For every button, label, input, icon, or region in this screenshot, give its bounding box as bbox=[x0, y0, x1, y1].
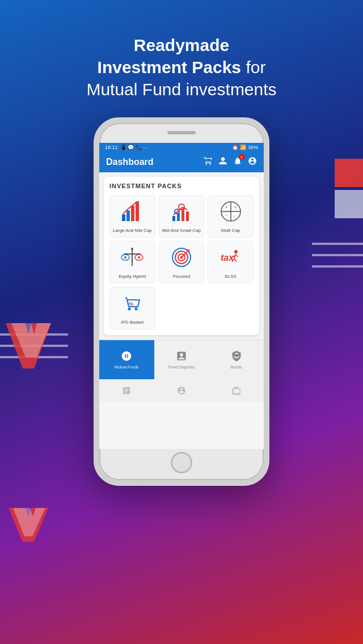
packs-grid: Large And Mid Cap bbox=[109, 195, 254, 329]
nav-bonds[interactable]: Bonds bbox=[209, 340, 264, 379]
svg-line-47 bbox=[234, 259, 237, 262]
bottom-nav-row2 bbox=[99, 379, 264, 402]
alarm-icon: ⏰ bbox=[232, 145, 238, 150]
elss-icon: tax bbox=[220, 246, 242, 269]
header-line2: Investment Packs bbox=[98, 58, 241, 77]
pack-multi-cap[interactable]: + × − ÷ Multi Cap bbox=[208, 195, 254, 238]
pack-large-mid-cap[interactable]: Large And Mid Cap bbox=[109, 195, 155, 238]
svg-point-36 bbox=[138, 256, 140, 259]
nav-fixed-deposits-label: Fixed Deposits bbox=[168, 365, 195, 369]
svg-point-44 bbox=[234, 250, 238, 253]
wifi-icon: 📶 bbox=[240, 145, 246, 150]
pack-focused[interactable]: Focused bbox=[159, 241, 205, 283]
ifd-basket-icon: % bbox=[121, 292, 143, 315]
cart-icon[interactable] bbox=[204, 156, 213, 168]
phone-screen: 18:11 📱 💬 📞 ··· ⏰ 📶 36% Dashboard bbox=[99, 143, 264, 449]
status-right: ⏰ 📶 36% bbox=[232, 145, 258, 150]
nav2-item-3[interactable] bbox=[209, 379, 264, 402]
promo-header: Readymade Investment Packs for Mutual Fu… bbox=[86, 34, 276, 100]
svg-rect-21 bbox=[182, 209, 184, 221]
svg-marker-8 bbox=[6, 323, 51, 368]
svg-text:÷: ÷ bbox=[233, 214, 235, 218]
svg-marker-0 bbox=[335, 159, 363, 187]
nav-mutual-funds-label: Mutual Funds bbox=[115, 365, 138, 369]
fixed-deposits-nav-icon bbox=[176, 350, 187, 364]
svg-marker-11 bbox=[13, 508, 45, 536]
phone-device: 18:11 📱 💬 📞 ··· ⏰ 📶 36% Dashboard bbox=[94, 117, 269, 486]
nav2-item-2[interactable] bbox=[154, 379, 209, 402]
multi-cap-label: Multi Cap bbox=[221, 228, 240, 234]
svg-text:%: % bbox=[129, 301, 133, 307]
elss-label: ELSS bbox=[225, 274, 236, 279]
header-line3: Mutual Fund investments bbox=[86, 78, 276, 100]
notification-icon[interactable]: 5 bbox=[233, 156, 242, 168]
bottom-nav: Mutual Funds Fixed Deposits bbox=[99, 340, 264, 379]
svg-point-40 bbox=[180, 256, 183, 259]
header-line2-suffix: for bbox=[241, 58, 265, 77]
battery: 36% bbox=[248, 145, 258, 150]
svg-point-51 bbox=[135, 308, 138, 311]
phone-home-button[interactable] bbox=[171, 452, 192, 473]
status-time: 18:11 bbox=[105, 145, 118, 150]
mid-small-cap-icon bbox=[170, 200, 193, 223]
notification-badge: 5 bbox=[239, 154, 244, 160]
svg-rect-14 bbox=[131, 206, 134, 221]
large-mid-cap-icon bbox=[121, 200, 143, 223]
ifd-basket-label: IFD Basket bbox=[121, 320, 144, 325]
equity-hybrid-icon bbox=[121, 246, 143, 269]
nav-mutual-funds[interactable]: Mutual Funds bbox=[99, 340, 154, 379]
pack-ifd-basket[interactable]: % IFD Basket bbox=[109, 287, 155, 329]
focused-label: Focused bbox=[173, 274, 191, 279]
deco-lines-right bbox=[312, 238, 363, 278]
svg-rect-13 bbox=[126, 210, 130, 221]
nav-bonds-label: Bonds bbox=[231, 365, 242, 369]
account-icon[interactable] bbox=[248, 156, 257, 168]
mid-small-cap-label: Mid And Small Cap bbox=[162, 228, 201, 234]
phone-mockup: 18:11 📱 💬 📞 ··· ⏰ 📶 36% Dashboard bbox=[94, 117, 269, 486]
svg-point-34 bbox=[131, 248, 133, 250]
svg-rect-19 bbox=[172, 216, 175, 221]
pack-elss[interactable]: tax ELSS bbox=[208, 241, 254, 283]
bonds-nav-icon bbox=[231, 350, 242, 364]
deco-lines-left bbox=[0, 329, 68, 363]
svg-rect-15 bbox=[136, 203, 139, 221]
person-icon[interactable] bbox=[218, 156, 227, 168]
equity-hybrid-label: Equity Hybrid bbox=[119, 274, 146, 279]
header-icons-group: 5 bbox=[204, 156, 257, 168]
svg-marker-1 bbox=[335, 190, 363, 218]
status-bar: 18:11 📱 💬 📞 ··· ⏰ 📶 36% bbox=[99, 143, 264, 152]
deco-v-left bbox=[6, 323, 51, 368]
section-title: INVESTMENT PACKS bbox=[109, 183, 254, 189]
svg-rect-22 bbox=[186, 211, 189, 221]
app-title: Dashboard bbox=[106, 157, 154, 167]
multi-cap-icon: + × − ÷ bbox=[220, 200, 242, 223]
deco-v-bottom-left bbox=[9, 508, 48, 542]
svg-marker-10 bbox=[9, 508, 48, 542]
nav2-item-1[interactable] bbox=[99, 379, 154, 402]
mutual-funds-nav-icon bbox=[121, 350, 132, 364]
svg-line-49 bbox=[236, 255, 238, 257]
nav-fixed-deposits[interactable]: Fixed Deposits bbox=[154, 340, 209, 379]
focused-icon bbox=[170, 246, 193, 269]
svg-text:−: − bbox=[225, 213, 227, 217]
header-line1: Readymade bbox=[134, 36, 229, 54]
phone-speaker bbox=[167, 131, 196, 134]
svg-text:+: + bbox=[225, 205, 227, 209]
screen-content: INVESTMENT PACKS bbox=[99, 172, 264, 449]
svg-point-35 bbox=[124, 256, 126, 259]
status-icons: 📱 💬 📞 ··· bbox=[120, 145, 147, 150]
svg-rect-12 bbox=[122, 214, 125, 221]
status-left: 18:11 📱 💬 📞 ··· bbox=[105, 145, 147, 150]
app-header: Dashboard bbox=[99, 152, 264, 172]
large-mid-cap-label: Large And Mid Cap bbox=[113, 228, 152, 234]
svg-marker-9 bbox=[11, 323, 51, 357]
investment-packs-section: INVESTMENT PACKS bbox=[104, 177, 259, 335]
deco-top-right bbox=[323, 159, 363, 232]
svg-text:×: × bbox=[234, 205, 237, 209]
svg-point-50 bbox=[128, 308, 131, 311]
pack-mid-small-cap[interactable]: Mid And Small Cap bbox=[159, 195, 205, 238]
pack-equity-hybrid[interactable]: Equity Hybrid bbox=[109, 241, 155, 283]
svg-rect-20 bbox=[177, 213, 180, 221]
